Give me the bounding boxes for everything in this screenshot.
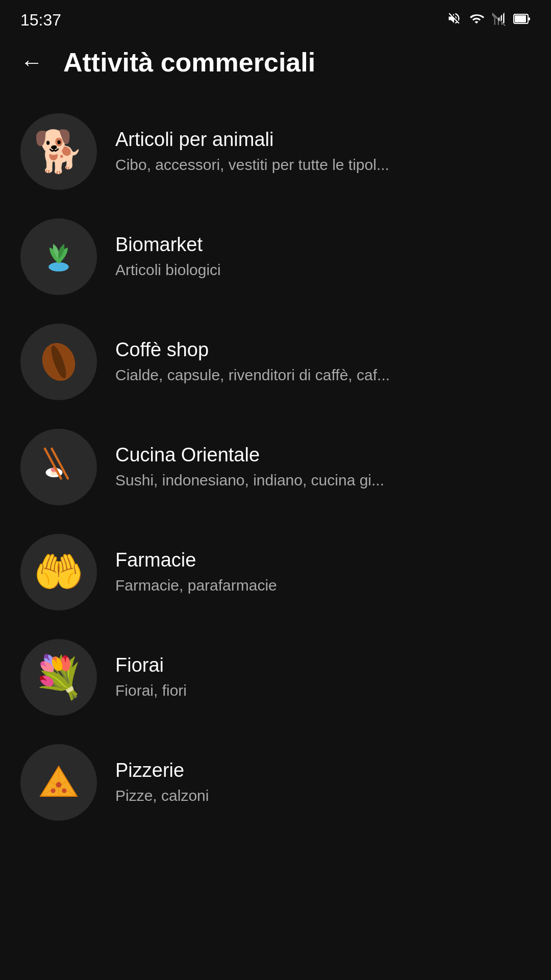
category-desc-caffe: Cialde, capsule, rivenditori di caffè, c…	[115, 365, 390, 385]
category-icon-biomarket	[20, 218, 97, 295]
category-text-farmacie: FarmacieFarmacie, parafarmacie	[115, 549, 277, 595]
category-name-biomarket: Biomarket	[115, 234, 221, 256]
category-item-orientale[interactable]: Cucina OrientaleSushi, indonesiano, indi…	[0, 414, 551, 520]
category-desc-fiorai: Fiorai, fiori	[115, 680, 187, 700]
svg-point-12	[51, 789, 56, 793]
category-name-orientale: Cucina Orientale	[115, 444, 384, 466]
category-desc-animali: Cibo, accessori, vestiti per tutte le ti…	[115, 155, 389, 175]
category-name-farmacie: Farmacie	[115, 549, 277, 571]
wifi-icon	[468, 12, 485, 28]
category-name-caffe: Coffè shop	[115, 339, 390, 361]
category-name-fiorai: Fiorai	[115, 654, 187, 676]
svg-point-13	[62, 789, 66, 793]
back-button[interactable]: ←	[15, 46, 48, 79]
categories-list: 🐕Articoli per animaliCibo, accessori, ve…	[0, 94, 551, 840]
page-title: Attività commerciali	[63, 47, 315, 78]
category-text-biomarket: BiomarketArticoli biologici	[115, 234, 221, 280]
category-text-caffe: Coffè shopCialde, capsule, rivenditori d…	[115, 339, 390, 385]
category-desc-orientale: Sushi, indonesiano, indiano, cucina gi..…	[115, 470, 384, 490]
svg-rect-1	[515, 15, 526, 22]
category-text-animali: Articoli per animaliCibo, accessori, ves…	[115, 129, 389, 175]
category-icon-pizzerie	[20, 744, 97, 821]
category-text-fiorai: FioraiFiorai, fiori	[115, 654, 187, 700]
category-desc-farmacie: Farmacie, parafarmacie	[115, 575, 277, 595]
header: ← Attività commerciali	[0, 36, 551, 94]
category-icon-caffe	[20, 324, 97, 400]
category-text-orientale: Cucina OrientaleSushi, indonesiano, indi…	[115, 444, 384, 490]
category-item-pizzerie[interactable]: PizzeriePizze, calzoni	[0, 730, 551, 835]
signal-icon	[492, 12, 506, 28]
category-item-fiorai[interactable]: 💐FioraiFiorai, fiori	[0, 625, 551, 730]
category-text-pizzerie: PizzeriePizze, calzoni	[115, 760, 209, 805]
status-icons	[447, 11, 531, 29]
category-icon-farmacie: 🤲	[20, 534, 97, 610]
category-item-animali[interactable]: 🐕Articoli per animaliCibo, accessori, ve…	[0, 99, 551, 204]
status-time: 15:37	[20, 11, 61, 30]
svg-rect-2	[529, 17, 530, 20]
category-desc-biomarket: Articoli biologici	[115, 260, 221, 280]
battery-icon	[513, 13, 531, 27]
category-item-caffe[interactable]: Coffè shopCialde, capsule, rivenditori d…	[0, 309, 551, 414]
category-item-biomarket[interactable]: BiomarketArticoli biologici	[0, 204, 551, 309]
category-icon-fiorai: 💐	[20, 639, 97, 716]
category-item-farmacie[interactable]: 🤲FarmacieFarmacie, parafarmacie	[0, 520, 551, 625]
category-desc-pizzerie: Pizze, calzoni	[115, 786, 209, 805]
status-bar: 15:37	[0, 0, 551, 36]
category-name-pizzerie: Pizzerie	[115, 760, 209, 781]
svg-point-11	[56, 782, 62, 788]
category-icon-orientale	[20, 429, 97, 505]
mute-icon	[447, 11, 461, 29]
category-name-animali: Articoli per animali	[115, 129, 389, 151]
category-icon-animali: 🐕	[20, 113, 97, 190]
